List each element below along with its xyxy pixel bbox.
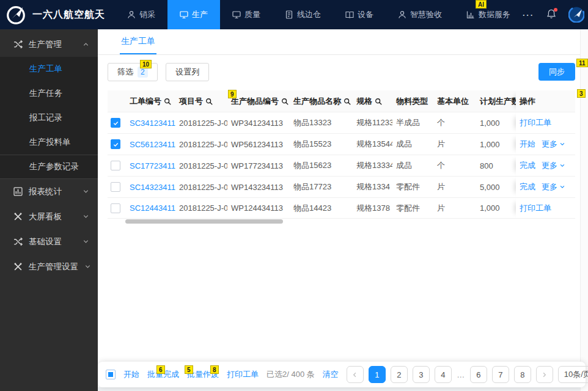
sidebar-item-basic-settings[interactable]: 基础设置 — [0, 229, 98, 254]
toolbar: 筛选 2 设置列 同步 — [108, 63, 578, 81]
horizontal-scrollbar-thumb[interactable] — [125, 219, 283, 224]
sync-label: 同步 — [549, 67, 565, 78]
cell-spec: 规格13544 — [353, 134, 392, 155]
cell-item-name: 物品15523 — [290, 134, 353, 155]
nav-item-quality[interactable]: 质量 — [220, 0, 273, 29]
shuffle-icon — [13, 237, 23, 246]
sidebar-item-production-parameter-record[interactable]: 生产参数记录 — [0, 155, 98, 179]
cell-actions: 完成更多 — [516, 155, 575, 176]
row-checkbox[interactable] — [111, 161, 120, 170]
footer-action-print-work-order[interactable]: 打印工单 — [227, 369, 259, 380]
row-checkbox[interactable] — [111, 182, 120, 192]
tools-icon — [13, 212, 23, 221]
cell-project-no: 20181225-J-02 — [175, 134, 227, 155]
column-label: 项目号 — [179, 96, 203, 107]
cell-spec: 规格133344 — [353, 155, 392, 176]
column-header-spec: 规格 — [353, 90, 392, 112]
page-size-select[interactable]: 10条/页 — [558, 366, 588, 383]
row-action-more[interactable]: 更多 — [542, 160, 565, 171]
row-action-button[interactable]: 开始 — [520, 139, 535, 150]
row-action-more[interactable]: 更多 — [542, 139, 565, 150]
row-action-button[interactable]: 打印工单 — [520, 203, 551, 214]
table-header-row: 工单编号项目号生产物品编号生产物品名称规格物料类型基本单位计划生产数操作 — [108, 90, 575, 112]
cell-unit: 片 — [433, 134, 476, 155]
column-header-project_no: 项目号 — [175, 90, 227, 112]
prev-page-button[interactable] — [347, 366, 364, 383]
sidebar-subitem-label: 生产工单 — [29, 64, 62, 75]
cell-unit: 片 — [433, 198, 476, 218]
sidebar-item-production-management[interactable]: 生产管理 — [0, 32, 98, 57]
work-order-link[interactable]: SC177234113 — [130, 161, 175, 170]
column-label: 工单编号 — [130, 96, 161, 107]
tab-production-work-order[interactable]: 生产工单 — [120, 29, 156, 54]
chevron-down-icon — [559, 184, 565, 190]
primary-nav: 销采生产质量线边仓设备智慧验收数据服务 — [115, 0, 523, 29]
table-row: SC17723411320181225-J-03WP177234113物品156… — [108, 155, 575, 176]
page-button-2[interactable]: 2 — [391, 366, 408, 383]
sidebar-subitem-label: 生产参数记录 — [29, 161, 79, 172]
avatar — [568, 7, 584, 23]
sidebar-item-production-work-order[interactable]: 生产工单 — [0, 57, 98, 81]
annotation-badge-AI: AI — [476, 0, 487, 9]
nav-item-equipment[interactable]: 设备 — [333, 0, 386, 29]
row-checkbox[interactable] — [111, 203, 120, 213]
row-action-button[interactable]: 完成 — [520, 160, 535, 171]
action-label: 打印工单 — [520, 117, 551, 128]
sidebar-item-label: 报表统计 — [29, 186, 62, 197]
sidebar-item-production-feeding-order[interactable]: 生产投料单 — [0, 130, 98, 155]
column-header-material_type: 物料类型 — [392, 90, 433, 112]
chevron-down-icon — [83, 238, 89, 245]
cell-material-type: 成品 — [392, 155, 433, 176]
row-action-more[interactable]: 更多 — [542, 181, 565, 192]
clear-selection-button[interactable]: 清空 — [323, 369, 339, 380]
page-button-3[interactable]: 3 — [413, 366, 430, 383]
nav-item-data-service[interactable]: 数据服务 — [454, 0, 523, 29]
work-order-link[interactable]: SC341234113 — [130, 119, 175, 128]
vertical-scrollbar[interactable] — [580, 29, 588, 391]
nav-more-button[interactable]: ··· — [523, 10, 534, 20]
selected-count-text: 已选2/ 400 条 — [266, 369, 315, 380]
notification-bell-button[interactable] — [546, 9, 557, 21]
sync-button[interactable]: 同步 — [538, 63, 575, 81]
work-order-link[interactable]: SC561234113 — [130, 140, 175, 149]
cell-item-no: WP124434113 — [227, 198, 290, 218]
row-select-cell — [108, 177, 126, 197]
row-action-button[interactable]: 完成 — [520, 181, 535, 192]
row-action-button[interactable]: 打印工单 — [520, 117, 551, 128]
nav-item-production[interactable]: 生产 — [167, 0, 220, 29]
page-button-6[interactable]: 6 — [470, 366, 487, 383]
page-button-1[interactable]: 1 — [369, 366, 386, 383]
work-order-link[interactable]: SC143234113 — [130, 183, 175, 192]
annotation-badge-6: 6 — [156, 365, 165, 374]
next-page-button[interactable] — [536, 366, 553, 383]
row-checkbox[interactable] — [111, 139, 120, 149]
row-checkbox[interactable] — [111, 118, 120, 128]
header-select-cell — [108, 90, 126, 112]
sidebar-item-production-task[interactable]: 生产任务 — [0, 81, 98, 106]
work-order-link[interactable]: SC124434113 — [130, 203, 175, 213]
page-button-4[interactable]: 4 — [435, 366, 452, 383]
page-button-7[interactable]: 7 — [492, 366, 509, 383]
footer-action-start[interactable]: 开始 — [123, 369, 139, 380]
nav-item-line-warehouse[interactable]: 线边仓 — [273, 0, 333, 29]
cell-actions: 打印工单 — [516, 198, 575, 218]
cell-order-no: SC143234113 — [126, 177, 175, 197]
nav-item-smart-acceptance[interactable]: 智慧验收 — [386, 0, 454, 29]
select-all-checkbox[interactable] — [106, 370, 116, 379]
sidebar-item-report-statistics[interactable]: 报表统计 — [0, 179, 98, 204]
sidebar-item-work-report-record[interactable]: 报工记录 — [0, 106, 98, 130]
sidebar-item-dashboard-board[interactable]: 大屏看板 — [0, 204, 98, 229]
page-button-8[interactable]: 8 — [514, 366, 531, 383]
nav-item-sales-purchase[interactable]: 销采 — [115, 0, 167, 29]
sidebar-item-production-management-settings[interactable]: 生产管理设置 — [0, 254, 98, 279]
action-label: 更多 — [542, 181, 557, 192]
set-columns-button[interactable]: 设置列 — [166, 63, 209, 81]
sidebar-item-label: 生产管理设置 — [29, 261, 78, 272]
action-label: 更多 — [542, 139, 557, 150]
table-body: SC34123411320181225-J-01WP341234113物品133… — [108, 112, 575, 219]
user-menu[interactable]: 吴东阳 — [568, 0, 588, 31]
chevron-left-icon — [351, 371, 358, 378]
column-header-order_no: 工单编号 — [126, 90, 175, 112]
cell-project-no: 20181225-J-05 — [175, 198, 227, 218]
action-label: 完成 — [520, 181, 535, 192]
